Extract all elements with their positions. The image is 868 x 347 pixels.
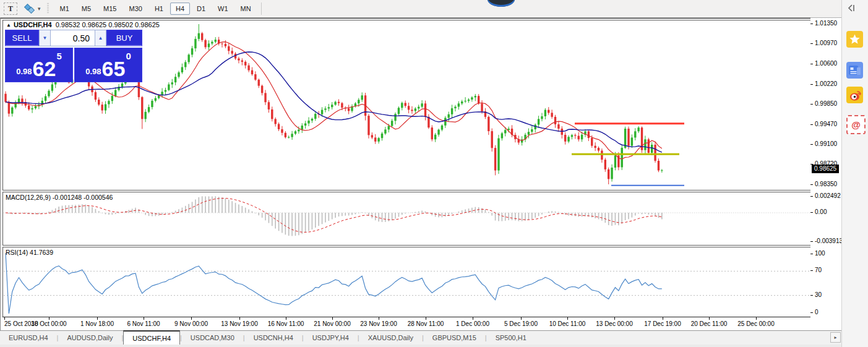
tab-usdjpy-h4[interactable]: USDJPY,H4 (304, 331, 358, 345)
candle (548, 110, 549, 113)
timeframe-button-mn[interactable]: MN (235, 2, 257, 15)
price-axis-label: 1.01350 (815, 20, 837, 27)
time-tick (97, 317, 98, 320)
rsi-axis-label-tick (810, 270, 813, 271)
time-tick (709, 317, 710, 320)
candle (494, 148, 496, 170)
buy-price-button[interactable]: 0.98 65 0 (74, 48, 142, 82)
candle (35, 106, 37, 108)
tab-xauusd-daily[interactable]: XAUUSD,Daily (359, 331, 422, 345)
timeframe-button-m30[interactable]: M30 (124, 2, 148, 15)
sell-price-button[interactable]: 0.98 62 5 (5, 48, 73, 82)
tab-gbpusd-m15[interactable]: GBPUSD,M15 (424, 331, 485, 345)
time-axis-label: 10 Dec 11:00 (549, 320, 586, 327)
chart-title: ▲USDCHF,H40.98532 0.98625 0.98502 0.9862… (6, 21, 160, 28)
candle (331, 105, 333, 107)
objects-tool-button[interactable]: ▾ (24, 4, 41, 14)
time-axis-label: 5 Dec 19:00 (504, 320, 538, 327)
candle (307, 121, 309, 124)
news-icon[interactable] (846, 62, 863, 79)
price-axis-label-tick (810, 24, 813, 24)
candle (544, 110, 546, 116)
candle (51, 84, 53, 90)
mt4-window: T ▾ M1M5M15M30H1H4D1W1MN 1.013501.009701… (0, 0, 868, 347)
candle (324, 108, 326, 109)
candle (475, 96, 476, 97)
weibo-icon[interactable] (846, 87, 863, 103)
price-axis-label: 1.00220 (815, 80, 837, 87)
candle (504, 130, 506, 133)
toolbar-grip[interactable] (47, 3, 49, 14)
candle (567, 137, 569, 141)
timeframe-button-m1[interactable]: M1 (54, 2, 75, 15)
candle (98, 100, 100, 105)
timeframe-button-d1[interactable]: D1 (191, 2, 211, 15)
weibo-eye-icon (846, 87, 863, 103)
mention-at-icon[interactable]: @ (846, 115, 866, 134)
timeframe-button-m5[interactable]: M5 (76, 2, 97, 15)
time-tick (332, 317, 333, 320)
time-tick (379, 317, 379, 320)
candle (288, 137, 290, 138)
volume-input[interactable]: 0.50 (51, 30, 95, 46)
macd-indicator-plot[interactable] (2, 192, 812, 246)
price-axis-label-tick (810, 84, 813, 85)
macd-axis-label-tick (810, 241, 813, 242)
timeframe-button-h1[interactable]: H1 (149, 2, 169, 15)
candle (187, 54, 189, 62)
tab-scroll-right-button[interactable]: ▸ (830, 332, 841, 343)
candle (371, 135, 373, 137)
star-icon (849, 33, 861, 45)
favorites-star-icon[interactable] (846, 31, 863, 48)
volume-decrease-button[interactable]: ▼ (39, 30, 51, 46)
candle (374, 137, 376, 141)
candle (497, 139, 499, 171)
time-axis-label: 21 Nov 00:00 (314, 320, 351, 327)
time-tick (567, 317, 568, 320)
time-axis-label: 20 Dec 11:00 (691, 320, 728, 327)
price-axis-label: 0.99470 (815, 121, 837, 127)
timeframe-button-w1[interactable]: W1 (212, 2, 234, 15)
candle (578, 136, 580, 140)
timeframe-button-m15[interactable]: M15 (98, 2, 122, 15)
candle (114, 90, 116, 96)
timeframe-button-h4[interactable]: H4 (170, 2, 190, 15)
tab-audusd-daily[interactable]: AUDUSD,Daily (58, 331, 121, 345)
time-tick (521, 317, 522, 320)
price-axis: 1.013501.009701.006001.002200.998500.994… (810, 17, 841, 330)
sidebar-collapse-button[interactable] (846, 2, 857, 14)
text-tool-button[interactable]: T (4, 2, 17, 15)
sell-button[interactable]: SELL (5, 30, 39, 46)
price-axis-label: 0.98350 (815, 181, 837, 187)
candle (478, 96, 479, 103)
candle (501, 133, 503, 138)
tab-usdchf-h4[interactable]: USDCHF,H4 (123, 330, 180, 345)
candle (398, 108, 400, 114)
candle (424, 103, 426, 117)
price-axis-label-tick (810, 64, 813, 64)
rsi-indicator-plot[interactable] (2, 247, 812, 318)
tab-usdcad-m30[interactable]: USDCAD,M30 (182, 331, 243, 345)
time-tick (473, 317, 473, 320)
candle (211, 42, 213, 44)
time-axis: 25 Oct 201830 Oct 00:001 Nov 18:006 Nov … (2, 317, 810, 331)
time-tick (191, 317, 192, 320)
time-tick (286, 317, 286, 320)
candle (165, 90, 166, 92)
candle (604, 160, 606, 169)
candle (291, 134, 293, 137)
tab-usdcnh-h4[interactable]: USDCNH,H4 (245, 331, 302, 345)
time-axis-label: 28 Nov 11:00 (408, 320, 444, 327)
time-axis-label: 9 Nov 00:00 (174, 320, 208, 327)
candle (611, 168, 612, 179)
candle (184, 62, 186, 67)
candle (348, 108, 350, 111)
volume-increase-button[interactable]: ▲ (95, 30, 106, 46)
candle (418, 107, 419, 109)
tab-eurusd-h4[interactable]: EURUSD,H4 (0, 331, 57, 345)
candle (254, 74, 256, 80)
tab-sp500-h1[interactable]: SP500,H1 (487, 331, 535, 345)
buy-button[interactable]: BUY (106, 30, 142, 46)
candle (155, 98, 157, 101)
time-tick (426, 317, 426, 320)
